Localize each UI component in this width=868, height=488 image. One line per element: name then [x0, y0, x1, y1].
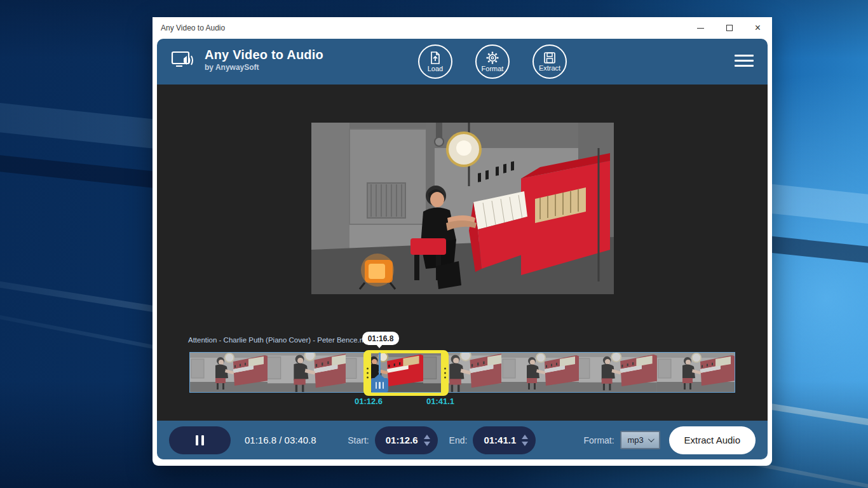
app-header: Any Video to Audio by AnywaySoft Load — [157, 39, 768, 85]
tooltip-time-value: 01:16.8 — [368, 334, 394, 343]
hamburger-icon — [735, 55, 754, 57]
extract-button[interactable]: Extract — [532, 44, 567, 79]
end-label: End: — [449, 435, 468, 445]
selection-end-handle[interactable] — [441, 368, 449, 379]
time-display: 01:16.8 / 03:40.8 — [245, 435, 316, 445]
app-window: Any Video to Audio × — [153, 17, 772, 466]
timeline-thumbnail — [268, 353, 345, 392]
selection-start-handle[interactable] — [363, 368, 371, 379]
load-button-label: Load — [428, 65, 443, 72]
app-brand: Any Video to Audio by AnywaySoft — [171, 48, 323, 72]
header-actions: Load Format — [418, 44, 567, 79]
chevron-down-icon — [648, 436, 654, 442]
app-content: Any Video to Audio by AnywaySoft Load — [157, 39, 768, 459]
playhead-handle[interactable] — [371, 378, 388, 392]
timeline-thumbnail — [190, 353, 268, 392]
playhead-time-tooltip: 01:16.8 — [362, 332, 399, 345]
timeline-thumbnail — [501, 353, 579, 392]
spinner-down-icon[interactable] — [522, 442, 528, 446]
extract-audio-button[interactable]: Extract Audio — [669, 426, 756, 454]
desktop-background: Any Video to Audio × — [0, 0, 868, 488]
start-time-value: 01:12.6 — [386, 435, 418, 445]
loaded-filename: Attention - Charlie Puth (Piano Cover) -… — [188, 336, 374, 344]
video-preview[interactable] — [311, 123, 614, 294]
window-controls: × — [686, 17, 772, 39]
selection-start-time-label: 01:12.6 — [355, 396, 383, 406]
end-time-value: 01:41.1 — [484, 435, 516, 445]
maximize-icon — [726, 25, 733, 31]
video-frame-piano-scene — [311, 123, 614, 294]
format-dropdown[interactable]: mp3 — [620, 431, 660, 449]
close-icon: × — [755, 23, 761, 33]
brand-text: Any Video to Audio by AnywaySoft — [205, 48, 323, 72]
format-selected-value: mp3 — [627, 435, 643, 445]
close-button[interactable]: × — [743, 17, 772, 39]
spinner-up-icon[interactable] — [424, 435, 430, 439]
window-titlebar[interactable]: Any Video to Audio × — [153, 17, 772, 39]
start-label: Start: — [348, 435, 369, 445]
timeline-thumbnail — [657, 353, 735, 392]
control-bar: 01:16.8 / 03:40.8 Start: 01:12.6 End: 01… — [157, 421, 768, 459]
timeline-thumbnail — [579, 353, 656, 392]
save-icon — [543, 51, 556, 64]
format-label: Format: — [583, 435, 614, 445]
menu-button[interactable] — [735, 55, 754, 67]
selection-end-time-label: 01:41.1 — [426, 396, 454, 406]
spinner-up-icon[interactable] — [522, 435, 528, 439]
extract-button-label: Extract — [539, 64, 560, 72]
window-title: Any Video to Audio — [161, 24, 225, 32]
app-subtitle: by AnywaySoft — [205, 63, 323, 72]
minimize-button[interactable] — [686, 17, 715, 39]
gear-icon — [485, 51, 499, 65]
maximize-button[interactable] — [715, 17, 743, 39]
spinner-arrows — [424, 435, 430, 446]
player-stage: Attention - Charlie Puth (Piano Cover) -… — [157, 85, 768, 421]
spinner-down-icon[interactable] — [424, 442, 430, 446]
document-upload-icon — [429, 51, 442, 65]
start-time-spinner[interactable]: 01:12.6 — [375, 426, 438, 454]
app-title: Any Video to Audio — [205, 48, 323, 62]
timeline-thumbnail-strip[interactable] — [190, 353, 735, 392]
load-button[interactable]: Load — [418, 44, 452, 79]
spinner-arrows — [522, 435, 528, 446]
pause-button[interactable] — [169, 426, 231, 454]
timeline[interactable] — [189, 352, 735, 393]
format-button-label: Format — [482, 65, 504, 72]
format-button[interactable]: Format — [475, 44, 510, 79]
video-to-audio-logo-icon — [171, 50, 196, 70]
minimize-icon — [697, 28, 704, 29]
end-time-spinner[interactable]: 01:41.1 — [473, 426, 536, 454]
playhead-grip-icon — [371, 378, 388, 392]
pause-icon — [196, 435, 198, 445]
